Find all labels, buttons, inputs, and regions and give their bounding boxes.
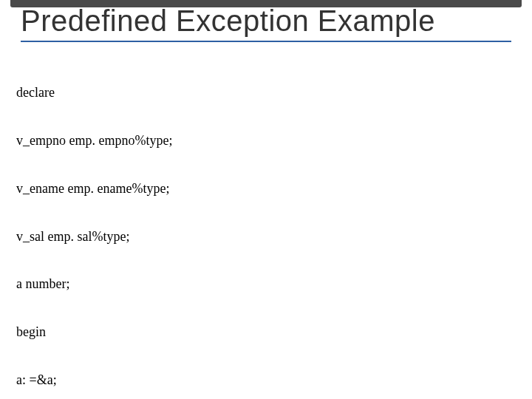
code-line: declare <box>16 85 523 101</box>
code-line: v_empno emp. empno%type; <box>16 133 523 149</box>
code-line: a number; <box>16 276 523 293</box>
code-line: v_ename emp. ename%type; <box>16 181 523 197</box>
code-block: declare v_empno emp. empno%type; v_ename… <box>16 53 523 399</box>
code-line: begin <box>16 324 523 341</box>
slide-title: Predefined Exception Example <box>21 4 511 42</box>
slide: Predefined Exception Example declare v_e… <box>0 0 532 399</box>
code-line: v_sal emp. sal%type; <box>16 229 523 245</box>
code-line: a: =&a; <box>16 372 523 389</box>
